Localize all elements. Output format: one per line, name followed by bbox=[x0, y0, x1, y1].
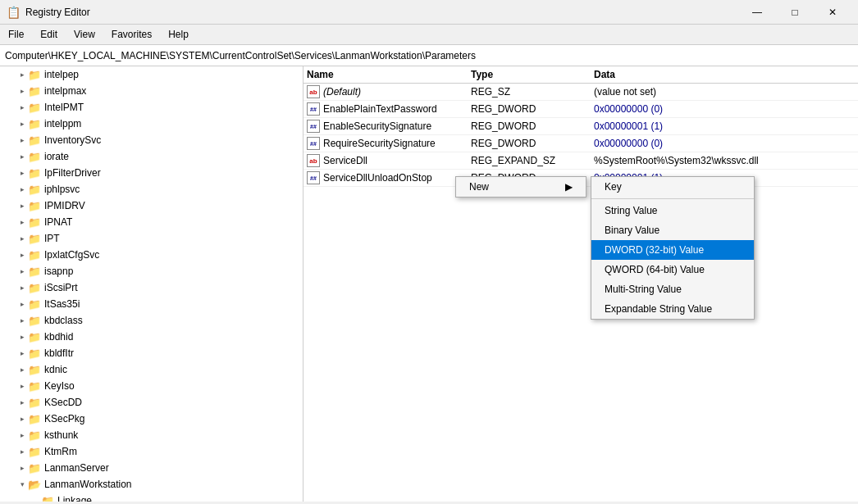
tree-item-label: ksthunk bbox=[44, 429, 78, 441]
folder-icon: 📂 bbox=[28, 479, 41, 491]
context-new-arrow: ▶ bbox=[565, 181, 573, 193]
tree-item[interactable]: ▸📁IntelPMT bbox=[0, 99, 303, 116]
menu-favorites[interactable]: Favorites bbox=[103, 26, 160, 43]
tree-item[interactable]: ▸📁ItSas35i bbox=[0, 296, 303, 312]
tree-arrow-icon[interactable]: ▾ bbox=[16, 480, 28, 488]
tree-item-label: IpxlatCfgSvc bbox=[44, 249, 99, 261]
tree-item[interactable]: ▸📁KSecDD bbox=[0, 394, 303, 411]
detail-data-cell: %SystemRoot%\System32\wkssvc.dll bbox=[594, 155, 855, 166]
tree-item[interactable]: ▸📁IpFilterDriver bbox=[0, 165, 303, 181]
submenu-key[interactable]: Key bbox=[591, 177, 754, 197]
folder-icon: 📁 bbox=[28, 118, 41, 130]
tree-arrow-icon[interactable]: ▸ bbox=[16, 120, 28, 128]
tree-item[interactable]: ▸📁kdnic bbox=[0, 361, 303, 378]
detail-row[interactable]: ##EnableSecuritySignatureREG_DWORD0x0000… bbox=[303, 118, 858, 135]
menu-help[interactable]: Help bbox=[160, 26, 197, 43]
tree-arrow-icon[interactable]: ▸ bbox=[16, 464, 28, 472]
tree-item[interactable]: ▸📁intelpep bbox=[0, 66, 303, 83]
tree-arrow-icon[interactable]: ▸ bbox=[16, 251, 28, 259]
tree-item[interactable]: ▸📁kbldfItr bbox=[0, 345, 303, 361]
tree-arrow-icon[interactable]: ▸ bbox=[16, 398, 28, 406]
tree-arrow-icon[interactable]: ▸ bbox=[16, 267, 28, 275]
tree-item-label: kdnic bbox=[44, 364, 67, 375]
menu-view[interactable]: View bbox=[66, 26, 103, 43]
tree-item[interactable]: ▸📁KtmRm bbox=[0, 443, 303, 460]
menu-edit[interactable]: Edit bbox=[32, 26, 66, 43]
tree-item[interactable]: ▸📁kbdclass bbox=[0, 312, 303, 329]
tree-item[interactable]: ▸📁KSecPkg bbox=[0, 411, 303, 427]
tree-panel[interactable]: ▸📁intelpep▸📁intelpmax▸📁IntelPMT▸📁intelpp… bbox=[0, 66, 303, 502]
detail-name-label: (Default) bbox=[323, 86, 361, 98]
tree-arrow-icon[interactable]: ▸ bbox=[16, 103, 28, 111]
reg-icon: ## bbox=[307, 120, 320, 133]
tree-arrow-icon[interactable]: ▸ bbox=[16, 234, 28, 243]
tree-arrow-icon[interactable]: ▸ bbox=[16, 333, 28, 341]
submenu-dword-value[interactable]: DWORD (32-bit) Value bbox=[591, 240, 754, 260]
tree-item[interactable]: ▸📁InventorySvc bbox=[0, 132, 303, 148]
maximize-button[interactable]: □ bbox=[776, 0, 814, 25]
folder-icon: 📁 bbox=[41, 495, 54, 502]
tree-item[interactable]: ▸📁iorate bbox=[0, 148, 303, 165]
tree-item[interactable]: 📁Linkage bbox=[0, 493, 303, 502]
submenu-multi-string[interactable]: Multi-String Value bbox=[591, 279, 754, 299]
folder-icon: 📁 bbox=[28, 216, 41, 229]
tree-arrow-icon[interactable]: ▸ bbox=[16, 300, 28, 308]
tree-arrow-icon[interactable]: ▸ bbox=[16, 218, 28, 226]
tree-item[interactable]: ▸📁isapnp bbox=[0, 263, 303, 279]
tree-arrow-icon[interactable]: ▸ bbox=[16, 382, 28, 390]
detail-row[interactable]: ##EnablePlainTextPasswordREG_DWORD0x0000… bbox=[303, 101, 858, 118]
tree-arrow-icon[interactable]: ▸ bbox=[16, 431, 28, 439]
folder-icon: 📁 bbox=[28, 151, 41, 163]
tree-item[interactable]: ▸📁IpxlatCfgSvc bbox=[0, 247, 303, 263]
tree-arrow-icon[interactable]: ▸ bbox=[16, 366, 28, 374]
detail-row[interactable]: ab(Default)REG_SZ(value not set) bbox=[303, 84, 858, 101]
reg-icon: ab bbox=[307, 154, 320, 167]
submenu-binary-value[interactable]: Binary Value bbox=[591, 220, 754, 240]
tree-item-label: kbldfItr bbox=[44, 347, 74, 359]
submenu[interactable]: Key String Value Binary Value DWORD (32-… bbox=[591, 176, 755, 320]
context-new-item[interactable]: New ▶ bbox=[456, 177, 586, 197]
tree-item[interactable]: ▸📁intelppm bbox=[0, 116, 303, 132]
folder-icon: 📁 bbox=[28, 282, 41, 294]
tree-item[interactable]: ▸📁KeyIso bbox=[0, 378, 303, 394]
tree-item[interactable]: ▸📁IPNAT bbox=[0, 214, 303, 230]
submenu-expandable-string[interactable]: Expandable String Value bbox=[591, 299, 754, 319]
detail-panel[interactable]: Name Type Data ab(Default)REG_SZ(value n… bbox=[303, 66, 858, 502]
detail-row[interactable]: ##RequireSecuritySignatureREG_DWORD0x000… bbox=[303, 135, 858, 152]
detail-name-label: ServiceDllUnloadOnStop bbox=[323, 172, 432, 184]
submenu-qword-value[interactable]: QWORD (64-bit) Value bbox=[591, 260, 754, 279]
context-new-label: New bbox=[469, 181, 489, 193]
tree-item[interactable]: ▾📂LanmanWorkstation bbox=[0, 476, 303, 493]
context-menu-new[interactable]: New ▶ bbox=[455, 176, 586, 198]
minimize-button[interactable]: — bbox=[738, 0, 776, 25]
tree-item-label: intelpmax bbox=[44, 85, 86, 97]
menu-file[interactable]: File bbox=[0, 26, 32, 43]
detail-name-label: ServiceDll bbox=[323, 155, 367, 166]
close-button[interactable]: ✕ bbox=[814, 0, 851, 25]
tree-arrow-icon[interactable]: ▸ bbox=[16, 349, 28, 357]
tree-item[interactable]: ▸📁iphlpsvc bbox=[0, 181, 303, 198]
tree-item[interactable]: ▸📁intelpmax bbox=[0, 83, 303, 99]
submenu-string-value[interactable]: String Value bbox=[591, 201, 754, 220]
tree-arrow-icon[interactable]: ▸ bbox=[16, 316, 28, 325]
detail-row[interactable]: abServiceDllREG_EXPAND_SZ%SystemRoot%\Sy… bbox=[303, 152, 858, 170]
tree-arrow-icon[interactable]: ▸ bbox=[16, 185, 28, 193]
tree-item[interactable]: ▸📁ksthunk bbox=[0, 427, 303, 443]
tree-item[interactable]: ▸📁IPMIDRV bbox=[0, 198, 303, 214]
tree-arrow-icon[interactable]: ▸ bbox=[16, 136, 28, 144]
tree-arrow-icon[interactable]: ▸ bbox=[16, 284, 28, 292]
folder-icon: 📁 bbox=[28, 380, 41, 393]
tree-arrow-icon[interactable]: ▸ bbox=[16, 87, 28, 95]
tree-arrow-icon[interactable]: ▸ bbox=[16, 202, 28, 210]
folder-icon: 📁 bbox=[28, 364, 41, 376]
tree-arrow-icon[interactable]: ▸ bbox=[16, 415, 28, 423]
tree-item-label: KSecPkg bbox=[44, 413, 84, 425]
tree-arrow-icon[interactable]: ▸ bbox=[16, 70, 28, 79]
tree-arrow-icon[interactable]: ▸ bbox=[16, 152, 28, 161]
tree-item[interactable]: ▸📁LanmanServer bbox=[0, 460, 303, 476]
tree-arrow-icon[interactable]: ▸ bbox=[16, 169, 28, 177]
tree-item[interactable]: ▸📁IPT bbox=[0, 230, 303, 247]
tree-item[interactable]: ▸📁kbdhid bbox=[0, 329, 303, 345]
tree-item[interactable]: ▸📁iScsiPrt bbox=[0, 279, 303, 296]
tree-arrow-icon[interactable]: ▸ bbox=[16, 447, 28, 456]
